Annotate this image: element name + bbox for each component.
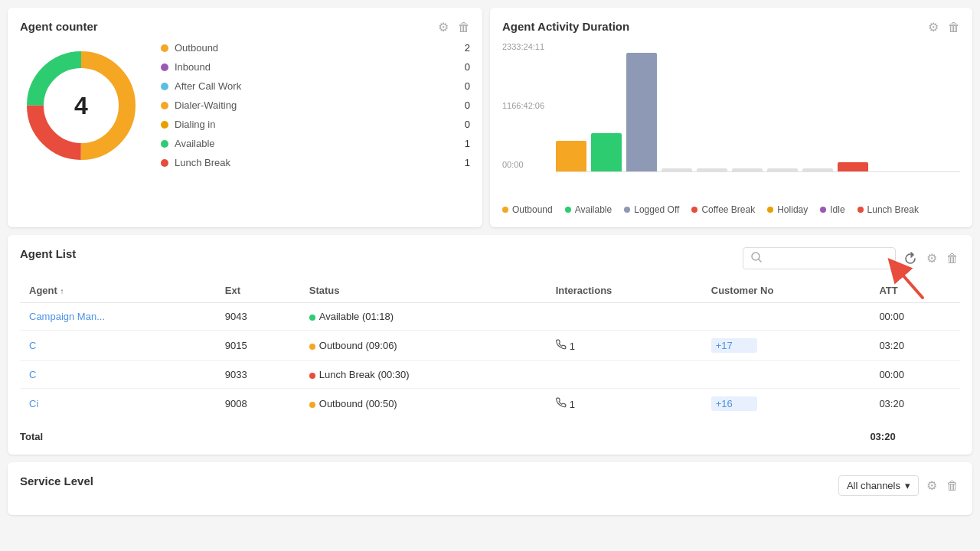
att-cell: 03:20 — [870, 331, 960, 361]
y-label-bottom: 00:00 — [502, 160, 544, 169]
total-row: Total 03:20 — [20, 419, 960, 442]
customer-no-cell — [702, 303, 871, 331]
chart-legend-dot-available — [565, 207, 571, 213]
channels-label: All channels — [847, 480, 900, 491]
ext-cell: 9015 — [216, 331, 300, 361]
agent-cell: Campaign Man... — [20, 303, 216, 331]
col-status: Status — [300, 279, 547, 303]
legend-label-inbound: Inbound — [175, 61, 211, 73]
agent-list-delete-button[interactable]: 🗑 — [945, 250, 960, 267]
status-cell: Available (01:18) — [300, 303, 547, 331]
agent-counter-body: 4 Outbound 2 Inboun — [20, 42, 470, 168]
bar-8 — [802, 168, 833, 171]
interactions-cell — [547, 303, 702, 331]
chart-legend-label-holiday: Holiday — [777, 204, 808, 215]
search-input[interactable] — [766, 253, 895, 264]
service-level-settings-button[interactable]: ⚙ — [925, 477, 939, 494]
total-att: 03:20 — [870, 419, 960, 442]
phone-icon — [556, 341, 567, 352]
chart-bars — [556, 42, 960, 172]
agent-cell: C — [20, 331, 216, 361]
activity-duration-title: Agent Activity Duration — [502, 20, 960, 33]
att-cell: 00:00 — [870, 361, 960, 389]
legend-dot-lunch-break — [161, 159, 168, 167]
donut-chart: 4 — [20, 44, 142, 167]
interactions-cell: 1 — [547, 331, 702, 361]
agent-name-link[interactable]: Campaign Man... — [29, 311, 105, 322]
refresh-button[interactable] — [902, 250, 919, 267]
agent-name-link[interactable]: C — [29, 369, 36, 380]
customer-no-link[interactable]: +16 — [711, 396, 757, 411]
ext-cell: 9008 — [216, 389, 300, 419]
search-icon — [751, 252, 762, 265]
bar-coffee-break — [838, 162, 868, 171]
legend-item-dialer-waiting: Dialer-Waiting 0 — [161, 99, 470, 111]
channels-select[interactable]: All channels ▾ — [838, 475, 919, 496]
customer-no-link[interactable]: +17 — [711, 338, 757, 353]
chart-legend-label-available: Available — [575, 204, 612, 215]
chart-legend-available: Available — [565, 204, 612, 215]
activity-settings-button[interactable]: ⚙ — [926, 18, 940, 36]
bar-7 — [767, 168, 798, 171]
legend-count-available: 1 — [465, 138, 470, 149]
col-agent[interactable]: Agent ↑ — [20, 279, 216, 303]
chart-legend-logged-off: Logged Off — [624, 204, 679, 215]
legend-count-after-call-work: 0 — [465, 80, 470, 92]
agent-list-header: Agent List — [20, 247, 960, 269]
bar-5 — [697, 168, 727, 171]
chart-legend-label-idle: Idle — [830, 204, 844, 215]
legend-item-outbound: Outbound 2 — [161, 42, 470, 54]
legend-label-dialing-in: Dialing in — [175, 119, 215, 130]
chevron-down-icon: ▾ — [905, 480, 910, 491]
chart-legend-dot-coffee-break — [691, 207, 697, 213]
refresh-btn-container — [902, 250, 919, 267]
y-label-mid: 1166:42:06 — [502, 101, 544, 110]
chart-legend-holiday: Holiday — [767, 204, 808, 215]
agent-counter-legend: Outbound 2 Inbound 0 A — [161, 42, 470, 168]
bar-available — [591, 133, 622, 171]
interactions-cell — [547, 361, 702, 389]
bar-logged-off — [626, 53, 657, 171]
legend-dot-dialer-waiting — [161, 102, 168, 109]
table-row: Campaign Man...9043Available (01:18)00:0… — [20, 303, 960, 331]
agent-list-settings-button[interactable]: ⚙ — [925, 249, 939, 267]
service-level-card: Service Level All channels ▾ ⚙ 🗑 — [8, 462, 972, 515]
att-cell: 03:20 — [870, 389, 960, 419]
svg-line-4 — [759, 259, 761, 262]
att-cell: 00:00 — [870, 303, 960, 331]
chart-legend-label-outbound: Outbound — [512, 204, 553, 215]
chart-legend-dot-outbound — [502, 207, 508, 213]
activity-duration-card: Agent Activity Duration ⚙ 🗑 2333:24:11 1… — [490, 8, 972, 227]
chart-legend-idle: Idle — [820, 204, 844, 215]
chart-legend-label-coffee-break: Coffee Break — [701, 204, 755, 215]
donut-center-number: 4 — [74, 91, 88, 119]
phone-icon — [556, 399, 567, 410]
status-dot — [309, 344, 315, 350]
chart-legend-coffee-break: Coffee Break — [691, 204, 755, 215]
bar-4 — [662, 168, 692, 171]
status-cell: Outbound (09:06) — [300, 331, 547, 361]
table-row: Ci9008Outbound (00:50)1+1603:20 — [20, 389, 960, 419]
agent-counter-delete-button[interactable]: 🗑 — [456, 18, 472, 36]
agent-counter-card: Agent counter ⚙ 🗑 — [8, 8, 482, 227]
legend-label-outbound: Outbound — [175, 42, 218, 54]
bar-outbound — [556, 141, 586, 171]
legend-label-after-call-work: After Call Work — [175, 80, 241, 92]
customer-no-cell: +17 — [702, 331, 871, 361]
service-level-title: Service Level — [20, 474, 93, 487]
chart-legend-outbound: Outbound — [502, 204, 553, 215]
service-level-delete-button[interactable]: 🗑 — [945, 478, 960, 494]
legend-label-available: Available — [175, 138, 215, 149]
agent-name-link[interactable]: C — [29, 340, 36, 351]
agent-table: Agent ↑ Ext Status Interactions Customer… — [20, 279, 960, 442]
agent-list-title: Agent List — [20, 247, 76, 260]
agent-table-wrapper: Agent ↑ Ext Status Interactions Customer… — [20, 279, 960, 442]
chart-legend-dot-idle — [820, 207, 826, 213]
status-cell: Lunch Break (00:30) — [300, 361, 547, 389]
legend-dot-dialing-in — [161, 121, 168, 129]
agent-cell: Ci — [20, 389, 216, 419]
agent-list-card: Agent List — [8, 235, 972, 455]
agent-counter-settings-button[interactable]: ⚙ — [436, 18, 450, 36]
agent-name-link[interactable]: Ci — [29, 398, 38, 409]
activity-delete-button[interactable]: 🗑 — [946, 18, 962, 36]
